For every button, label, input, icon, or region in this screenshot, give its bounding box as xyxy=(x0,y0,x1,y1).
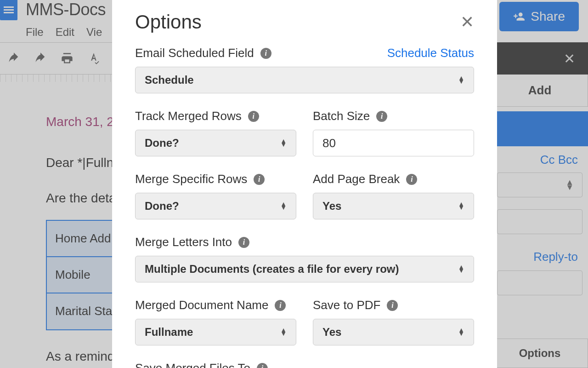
track-merged-value: Done? xyxy=(145,137,179,150)
merge-into-value: Multiple Documents (creates a file for e… xyxy=(145,263,399,276)
save-pdf-label: Save to PDF xyxy=(313,298,380,312)
chevron-updown-icon: ▲▼ xyxy=(280,328,287,335)
email-scheduled-label: Email Scheduled Field xyxy=(135,46,254,60)
batch-size-input[interactable] xyxy=(313,130,474,156)
merge-into-select[interactable]: Multiple Documents (creates a file for e… xyxy=(135,256,474,282)
save-pdf-select[interactable]: Yes ▲▼ xyxy=(313,319,474,345)
merge-into-label: Merge Letters Into xyxy=(135,235,232,249)
schedule-value: Schedule xyxy=(145,74,194,86)
page-break-label: Add Page Break xyxy=(313,172,400,186)
merge-specific-value: Done? xyxy=(145,200,179,213)
chevron-updown-icon: ▲▼ xyxy=(458,328,464,335)
chevron-updown-icon: ▲▼ xyxy=(458,76,464,83)
chevron-updown-icon: ▲▼ xyxy=(280,139,287,146)
modal-header: Options ✕ xyxy=(135,11,474,33)
close-icon[interactable]: ✕ xyxy=(460,12,474,32)
chevron-updown-icon: ▲▼ xyxy=(458,202,464,209)
page-break-value: Yes xyxy=(322,200,341,213)
chevron-updown-icon: ▲▼ xyxy=(280,202,287,209)
merge-specific-select[interactable]: Done? ▲▼ xyxy=(135,193,296,219)
info-icon[interactable]: i xyxy=(387,300,398,311)
info-icon[interactable]: i xyxy=(254,174,265,185)
merged-name-value: Fullname xyxy=(145,326,193,339)
merged-name-select[interactable]: Fullname ▲▼ xyxy=(135,319,296,345)
page-break-select[interactable]: Yes ▲▼ xyxy=(313,193,474,219)
options-modal: Options ✕ Email Scheduled Field i Schedu… xyxy=(112,0,497,368)
schedule-status-link[interactable]: Schedule Status xyxy=(387,46,474,60)
save-files-label: Save Merged Files To xyxy=(135,361,250,368)
merge-specific-label: Merge Specific Rows xyxy=(135,172,247,186)
merged-name-label: Merged Document Name xyxy=(135,298,268,312)
chevron-updown-icon: ▲▼ xyxy=(458,265,464,272)
info-icon[interactable]: i xyxy=(376,111,387,122)
info-icon[interactable]: i xyxy=(257,363,268,368)
info-icon[interactable]: i xyxy=(248,111,259,122)
info-icon[interactable]: i xyxy=(406,174,417,185)
modal-title: Options xyxy=(135,11,202,33)
track-merged-select[interactable]: Done? ▲▼ xyxy=(135,130,296,156)
batch-size-label: Batch Size xyxy=(313,109,370,123)
schedule-select[interactable]: Schedule ▲▼ xyxy=(135,67,474,93)
info-icon[interactable]: i xyxy=(275,300,286,311)
info-icon[interactable]: i xyxy=(238,237,249,248)
save-pdf-value: Yes xyxy=(322,326,341,339)
info-icon[interactable]: i xyxy=(260,48,271,59)
track-merged-label: Track Merged Rows xyxy=(135,109,242,123)
